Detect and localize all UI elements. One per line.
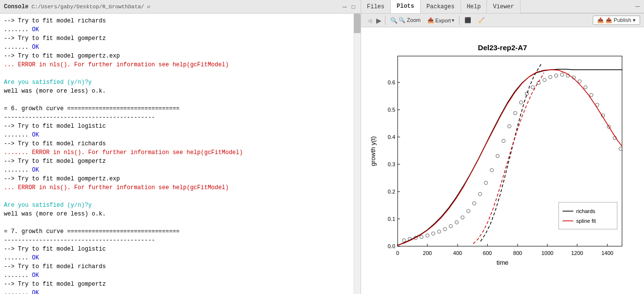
legend-box bbox=[559, 202, 617, 229]
console-line: ....... ERROR in nls(). For further info… bbox=[4, 148, 357, 157]
console-line: ....... OK bbox=[4, 131, 357, 139]
console-header-left: Console C:/Users/gaby/Desktop/R_GrowthDa… bbox=[4, 3, 150, 10]
console-line: --> Try to fit model logistic bbox=[4, 122, 357, 131]
console-line: --> Try to fit model richards bbox=[4, 139, 357, 148]
chart-title: Del23-rep2-A7 bbox=[478, 43, 527, 52]
zoom-btn[interactable]: 🔍 🔍 Zoom bbox=[387, 16, 424, 25]
forward-btn[interactable]: ▶ bbox=[374, 17, 383, 24]
tab-help[interactable]: Help bbox=[461, 0, 487, 13]
console-line: --> Try to fit model logistic bbox=[4, 245, 357, 254]
console-line: ....... OK bbox=[4, 166, 357, 175]
console-line: --> Try to fit model gompertz.exp bbox=[4, 52, 357, 60]
tab-packages[interactable]: Packages bbox=[421, 0, 461, 13]
plot-area: Del23-rep2-A7 0.0 0.1 0.2 0.3 0.4 0.5 0. bbox=[361, 27, 644, 294]
zoom-icon: 🔍 bbox=[390, 17, 398, 24]
legend-spline-label: spline fit bbox=[576, 218, 596, 224]
x-tick-200: 200 bbox=[423, 250, 432, 256]
scrollbar-track[interactable] bbox=[354, 14, 361, 294]
sep1 bbox=[385, 16, 385, 25]
back-btn[interactable]: ◀ bbox=[365, 17, 374, 24]
y-tick-5: 0.5 bbox=[388, 107, 395, 113]
console-line bbox=[4, 192, 357, 201]
console-line: well was (more ore less) o.k. bbox=[4, 87, 357, 96]
publish-btn[interactable]: 📤 📤 Publish ▾ bbox=[593, 16, 640, 25]
minimize-btn[interactable]: ─ bbox=[341, 3, 348, 11]
console-path: C:/Users/gaby/Desktop/R_GrowthData/ bbox=[31, 4, 144, 10]
export-label: Export bbox=[435, 18, 451, 23]
console-header: Console C:/Users/gaby/Desktop/R_GrowthDa… bbox=[0, 0, 361, 14]
x-tick-400: 400 bbox=[453, 250, 462, 256]
console-line: --> Try to fit model gompertz.exp bbox=[4, 175, 357, 183]
console-line: ----------------------------------------… bbox=[4, 236, 357, 245]
x-tick-800: 800 bbox=[513, 250, 522, 256]
console-controls: ─ □ bbox=[341, 3, 357, 11]
legend-richards-label: richards bbox=[576, 208, 596, 214]
zoom-label: 🔍 Zoom bbox=[399, 17, 421, 23]
console-line: --> Try to fit model gompertz bbox=[4, 280, 357, 289]
export-btn[interactable]: 📤 Export ▾ bbox=[424, 16, 458, 25]
console-line: = 6. growth curve ======================… bbox=[4, 104, 357, 113]
tab-plots[interactable]: Plots bbox=[391, 0, 421, 13]
console-line: ----------------------------------------… bbox=[4, 113, 357, 122]
path-icon: ⇄ bbox=[147, 3, 150, 10]
export-icon: 📤 bbox=[427, 17, 434, 23]
scrollbar-thumb[interactable] bbox=[354, 14, 361, 33]
broom-btn[interactable]: 🧹 bbox=[475, 16, 488, 25]
y-tick-3: 0.3 bbox=[388, 161, 395, 167]
chart-axes: 0.0 0.1 0.2 0.3 0.4 0.5 0.6 bbox=[369, 56, 622, 266]
console-line: well was (more ore less) o.k. bbox=[4, 210, 357, 218]
publish-icon: 📤 bbox=[597, 17, 604, 23]
console-line: --> Try to fit model richards bbox=[4, 17, 357, 25]
x-tick-600: 600 bbox=[483, 250, 492, 256]
stop-btn[interactable]: ⬛ bbox=[461, 16, 475, 25]
console-line: ....... OK bbox=[4, 271, 357, 280]
console-line: ... ERROR in nls(). For further informat… bbox=[4, 183, 357, 192]
console-line bbox=[4, 218, 357, 227]
console-line: ....... OK bbox=[4, 289, 357, 294]
console-line: --> Try to fit model gompertz bbox=[4, 34, 357, 43]
export-arrow: ▾ bbox=[452, 18, 454, 23]
tab-viewer[interactable]: Viewer bbox=[487, 0, 520, 13]
console-line: ....... OK bbox=[4, 25, 357, 34]
sep2 bbox=[459, 16, 460, 25]
console-line: = 7. growth curve ======================… bbox=[4, 227, 357, 236]
plot-toolbar: ◀ ▶ 🔍 🔍 Zoom 📤 Export ▾ ⬛ 🧹 📤 📤 Publish … bbox=[361, 14, 644, 27]
x-tick-1000: 1000 bbox=[542, 250, 553, 256]
console-line: Are you satisfied (y/n)?y bbox=[4, 201, 357, 210]
console-line: --> Try to fit model richards bbox=[4, 262, 357, 271]
broom-icon: 🧹 bbox=[478, 17, 485, 23]
panel-minimize-btn[interactable]: ─ bbox=[634, 2, 641, 10]
x-axis-label: time bbox=[497, 259, 509, 266]
console-line bbox=[4, 69, 357, 78]
console-line: ....... OK bbox=[4, 43, 357, 52]
growth-chart: Del23-rep2-A7 0.0 0.1 0.2 0.3 0.4 0.5 0. bbox=[368, 37, 637, 285]
maximize-btn[interactable]: □ bbox=[350, 3, 357, 11]
toolbar-right: 📤 📤 Publish ▾ bbox=[593, 16, 640, 25]
publish-label: 📤 Publish ▾ bbox=[605, 17, 636, 23]
console-title: Console bbox=[4, 3, 28, 10]
console-line: Are you satisfied (y/n)?y bbox=[4, 78, 357, 87]
console-line bbox=[4, 96, 357, 104]
y-axis-label: growth y(t) bbox=[369, 136, 377, 166]
y-tick-1: 0.1 bbox=[388, 216, 395, 222]
console-line: ....... OK bbox=[4, 254, 357, 262]
tab-files[interactable]: Files bbox=[361, 0, 391, 13]
console-line: --> Try to fit model gompertz bbox=[4, 157, 357, 166]
console-panel: Console C:/Users/gaby/Desktop/R_GrowthDa… bbox=[0, 0, 361, 294]
x-tick-0: 0 bbox=[396, 250, 399, 256]
y-tick-4: 0.4 bbox=[388, 134, 395, 140]
x-tick-1400: 1400 bbox=[602, 250, 613, 256]
y-tick-2: 0.2 bbox=[388, 189, 395, 195]
console-body[interactable]: --> Try to fit model richards....... OK-… bbox=[0, 14, 361, 294]
x-tick-1200: 1200 bbox=[571, 250, 583, 256]
console-lines: --> Try to fit model richards....... OK-… bbox=[4, 17, 357, 294]
stop-icon: ⬛ bbox=[464, 17, 471, 23]
y-tick-6: 0.6 bbox=[388, 79, 395, 85]
y-tick-0: 0.0 bbox=[388, 243, 395, 249]
tab-bar: Files Plots Packages Help Viewer ─ bbox=[361, 0, 644, 14]
plot-panel: Files Plots Packages Help Viewer ─ ◀ ▶ 🔍… bbox=[361, 0, 644, 294]
console-line: ... ERROR in nls(). For further informat… bbox=[4, 60, 357, 69]
